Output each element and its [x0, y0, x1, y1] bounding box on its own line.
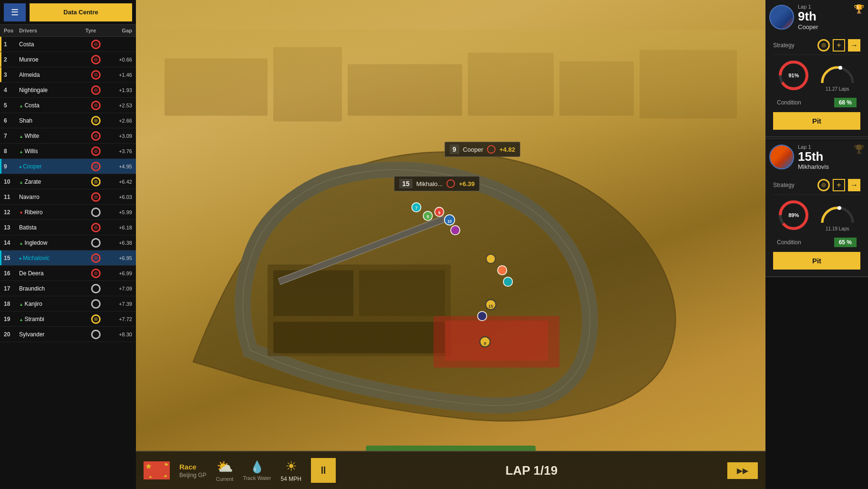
standing-row-11[interactable]: 11Navarro+6.03: [0, 189, 136, 205]
strategy-row-1: Strategy + →: [773, 36, 860, 55]
lap-display: LAP 1/19: [345, 463, 718, 478]
gap-4: +1.93: [106, 87, 132, 93]
svg-text:7: 7: [415, 206, 418, 210]
standing-row-10[interactable]: 10▲ Zarate+6.42: [0, 174, 136, 189]
wear-pct-1: 91%: [788, 73, 799, 78]
pos-3: 3: [4, 72, 19, 78]
gap-15: +6.95: [106, 255, 132, 261]
pos-7: 7: [4, 133, 19, 139]
tooltip-pos-2: 15: [399, 179, 413, 188]
standing-row-19[interactable]: 19▲ Strambi+7.72: [0, 312, 136, 327]
pos-16: 16: [4, 270, 19, 277]
gap-5: +2.53: [106, 103, 132, 108]
track-overlay: 7 8 9 10 15: [136, 0, 765, 489]
pos-14: 14: [4, 239, 19, 246]
menu-icon: ☰: [11, 7, 19, 18]
track-tooltip-cooper[interactable]: 9 Cooper +4.82: [444, 142, 520, 157]
strategy-btn-2a[interactable]: +: [833, 179, 845, 191]
track-background: 7 8 9 10 15: [136, 0, 765, 489]
strategy-btn-1b[interactable]: →: [848, 39, 860, 52]
left-panel: ☰ Data Centre Pos Drivers Tyre Gap 1Cost…: [0, 0, 136, 489]
pos-1: 1: [4, 41, 19, 48]
driver-avatar-mikharlovis: [769, 145, 794, 169]
data-centre-button[interactable]: Data Centre: [30, 3, 132, 21]
standing-row-13[interactable]: 13Batista+6.18: [0, 220, 136, 235]
driver-name-16: De Deera: [19, 270, 85, 277]
driver-card-mikharlovis: Lap 1 15th Mikharlovis 🏆 Strategy + →: [765, 140, 868, 278]
driver-name-4: Nightingale: [19, 87, 85, 94]
pos-6: 6: [4, 117, 19, 124]
driver-name-5: ▲ Costa: [19, 102, 85, 109]
pos-19: 19: [4, 316, 19, 323]
driver-name-12: ▼ Ribeiro: [19, 209, 85, 216]
standing-row-14[interactable]: 14▲ Ingledow+6.38: [0, 235, 136, 250]
track-tooltip-mikhalo[interactable]: 15 Mikhalo... +6.39: [394, 176, 480, 191]
standings-header: Pos Drivers Tyre Gap: [0, 25, 136, 37]
strategy-icons-1: + →: [817, 39, 860, 52]
standing-row-9[interactable]: 9● Cooper+4.95: [0, 159, 136, 174]
standing-row-8[interactable]: 8▲ Willis+3.76: [0, 144, 136, 159]
fast-forward-button[interactable]: ▶▶: [727, 462, 758, 479]
tooltip-name-2: Mikhalo...: [416, 180, 443, 187]
standing-row-6[interactable]: 6Shah+2.66: [0, 113, 136, 128]
tooltip-tyre-2: [446, 179, 455, 188]
tooltip-gap-2: +6.39: [459, 180, 475, 187]
standing-row-12[interactable]: 12▼ Ribeiro+5.99: [0, 205, 136, 220]
wear-gauge-2: 89%: [777, 198, 810, 232]
standing-row-5[interactable]: 5▲ Costa+2.53: [0, 98, 136, 113]
condition-badge-2: 65 %: [834, 238, 857, 247]
strategy-btn-2b[interactable]: →: [848, 179, 860, 191]
header-tyre: Tyre: [85, 28, 106, 33]
race-info: Race Beijing GP: [179, 463, 207, 479]
pos-15: 15: [4, 255, 19, 261]
driver-name-11: Navarro: [19, 194, 85, 200]
bottom-bar: Race Beijing GP ⛅ Current 💧 Track Water …: [136, 451, 765, 489]
gap-16: +6.99: [106, 271, 132, 276]
tyre-5: [85, 101, 106, 110]
strategy-row-2: Strategy + →: [773, 176, 860, 195]
tyre-6: [85, 116, 106, 125]
standing-row-2[interactable]: 2Munroe+0.66: [0, 52, 136, 67]
standing-row-1[interactable]: 1Costa: [0, 37, 136, 52]
standing-row-16[interactable]: 16De Deera+6.99: [0, 266, 136, 281]
pit-button-2[interactable]: Pit: [773, 252, 860, 270]
pos-10: 10: [4, 178, 19, 185]
strategy-btn-1a[interactable]: +: [833, 39, 845, 52]
pause-icon: ⏸: [318, 464, 329, 477]
pos-13: 13: [4, 224, 19, 231]
weather-section: ⛅ Current: [216, 459, 234, 482]
tyre-14: [85, 238, 106, 248]
standing-row-15[interactable]: 15● Michalovic+6.95: [0, 250, 136, 266]
gap-13: +6.18: [106, 225, 132, 230]
driver-name-3: Almeida: [19, 72, 85, 78]
laps-label-1: 11.27 Laps: [826, 86, 849, 92]
svg-point-27: [477, 312, 486, 321]
driver1-position: 9th: [798, 10, 850, 23]
driver-name-14: ▲ Ingledow: [19, 239, 85, 246]
tyre-7: [85, 131, 106, 141]
svg-point-33: [838, 66, 842, 70]
standing-row-4[interactable]: 4Nightingale+1.93: [0, 83, 136, 98]
svg-point-22: [486, 254, 495, 263]
tyre-3: [85, 70, 106, 80]
pit-button-1[interactable]: Pit: [773, 112, 860, 130]
standing-row-7[interactable]: 7▲ White+3.09: [0, 128, 136, 144]
menu-button[interactable]: ☰: [4, 3, 26, 21]
weather-icon: ⛅: [217, 459, 233, 475]
strat-tyre-medium-2: [817, 179, 830, 191]
tyre-20: [85, 330, 106, 339]
standing-row-20[interactable]: 20Sylvander+8.30: [0, 327, 136, 342]
pause-button[interactable]: ⏸: [311, 458, 336, 483]
standing-row-17[interactable]: 17Braundich+7.09: [0, 281, 136, 296]
gap-9: +4.95: [106, 164, 132, 169]
condition-label-2: Condition: [777, 239, 801, 246]
standing-row-18[interactable]: 18▲ Kanjiro+7.39: [0, 296, 136, 312]
standing-row-3[interactable]: 3Almeida+1.46: [0, 67, 136, 83]
tyre-19: [85, 314, 106, 324]
driver2-name: Mikharlovis: [798, 163, 850, 170]
driver-name-9: ● Cooper: [19, 163, 85, 170]
app: ☰ Data Centre Pos Drivers Tyre Gap 1Cost…: [0, 0, 868, 489]
strategy-label-2: Strategy: [773, 182, 795, 188]
driver-info-cooper: Lap 1 9th Cooper: [798, 4, 850, 31]
pos-5: 5: [4, 102, 19, 109]
